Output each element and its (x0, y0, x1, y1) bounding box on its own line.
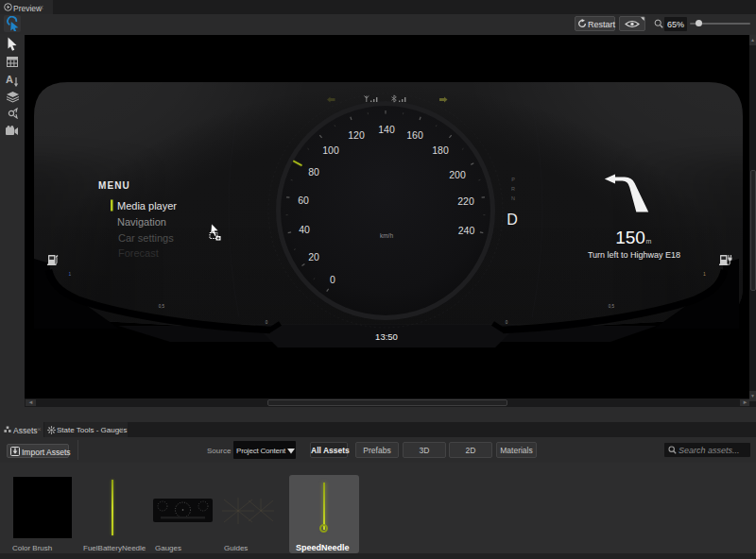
svg-text:120: 120 (348, 129, 365, 141)
svg-text:100: 100 (322, 144, 339, 156)
svg-text:220: 220 (457, 195, 474, 207)
svg-text:200: 200 (449, 169, 466, 180)
svg-text:0,5: 0,5 (159, 304, 165, 309)
svg-text:0: 0 (330, 274, 335, 285)
svg-text:1: 1 (69, 271, 72, 277)
svg-text:140: 140 (378, 124, 395, 135)
svg-text:Forecast: Forecast (118, 247, 159, 259)
svg-text:Turn left to Highway E18: Turn left to Highway E18 (588, 250, 680, 260)
svg-text:60: 60 (298, 195, 309, 206)
svg-text:240: 240 (458, 225, 475, 236)
svg-text:Navigation: Navigation (117, 216, 166, 228)
svg-text:180: 180 (432, 144, 449, 156)
svg-text:Media player: Media player (117, 200, 177, 212)
svg-text:80: 80 (308, 166, 319, 178)
svg-text:160: 160 (406, 129, 423, 141)
svg-text:13:50: 13:50 (375, 331, 398, 342)
svg-text:1: 1 (703, 271, 706, 277)
svg-text:150: 150 (615, 228, 645, 247)
svg-text:40: 40 (299, 224, 310, 235)
svg-text:Car settings: Car settings (118, 232, 174, 244)
svg-text:P: P (511, 177, 515, 182)
svg-text:D: D (507, 212, 518, 228)
svg-text:m: m (646, 238, 652, 245)
svg-text:0,5: 0,5 (609, 304, 615, 309)
svg-text:R: R (511, 186, 515, 192)
svg-text:km/h: km/h (380, 232, 393, 239)
svg-text:N: N (511, 195, 515, 201)
svg-text:MENU: MENU (98, 180, 130, 191)
svg-text:20: 20 (308, 251, 319, 263)
